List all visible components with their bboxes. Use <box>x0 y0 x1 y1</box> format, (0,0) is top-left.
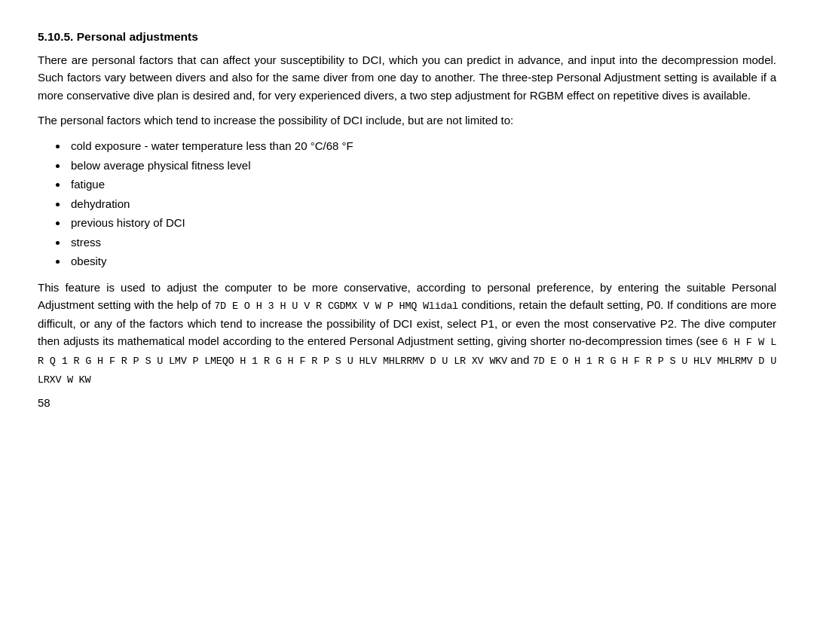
page-content: 5.10.5. Personal adjustments There are p… <box>38 30 776 409</box>
paragraph3-garbled1: 7D E O H 3 H U V R CGDMX V W P HMQ Wlida… <box>214 301 458 312</box>
list-item: previous history of DCI <box>68 213 776 233</box>
list-item: cold exposure - water temperature less t… <box>68 136 776 156</box>
bullet-list: cold exposure - water temperature less t… <box>68 136 776 271</box>
paragraph-3: This feature is used to adjust the compu… <box>38 279 776 389</box>
page-number: 58 <box>38 396 776 409</box>
paragraph3-and: and <box>507 353 533 366</box>
paragraph-1: There are personal factors that can affe… <box>38 51 776 104</box>
section-title: 5.10.5. Personal adjustments <box>38 30 776 44</box>
list-item: obesity <box>68 252 776 271</box>
list-item: fatigue <box>68 175 776 194</box>
list-item: dehydration <box>68 194 776 214</box>
list-item: stress <box>68 233 776 252</box>
list-item: below average physical fitness level <box>68 156 776 175</box>
paragraph-2: The personal factors which tend to incre… <box>38 111 776 129</box>
